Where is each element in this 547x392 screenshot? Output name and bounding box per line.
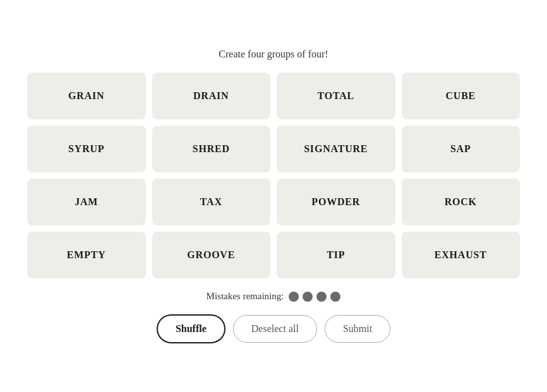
word-card[interactable]: JAM xyxy=(27,179,146,225)
word-card[interactable]: EMPTY xyxy=(27,232,146,278)
word-grid: GRAINDRAINTOTALCUBESYRUPSHREDSIGNATURESA… xyxy=(27,73,520,278)
word-card[interactable]: TOTAL xyxy=(277,73,395,119)
word-card[interactable]: POWDER xyxy=(277,179,395,225)
mistake-dot xyxy=(316,292,327,302)
mistakes-label: Mistakes remaining: xyxy=(207,291,284,302)
dots-container xyxy=(289,292,340,302)
word-card[interactable]: TIP xyxy=(277,232,395,278)
word-card[interactable]: GROOVE xyxy=(152,232,271,278)
shuffle-button[interactable]: Shuffle xyxy=(157,314,225,343)
instructions-text: Create four groups of four! xyxy=(219,49,328,60)
deselect-button[interactable]: Deselect all xyxy=(233,315,317,343)
word-card[interactable]: GRAIN xyxy=(27,73,146,119)
mistake-dot xyxy=(303,292,313,302)
word-card[interactable]: SHRED xyxy=(152,126,271,172)
buttons-area: Shuffle Deselect all Submit xyxy=(157,314,390,343)
word-card[interactable]: TAX xyxy=(152,179,271,225)
word-card[interactable]: SYRUP xyxy=(27,126,146,172)
word-card[interactable]: DRAIN xyxy=(152,73,271,119)
word-card[interactable]: ROCK xyxy=(402,179,520,225)
word-card[interactable]: SAP xyxy=(402,126,520,172)
game-container: Create four groups of four! GRAINDRAINTO… xyxy=(15,36,532,356)
word-card[interactable]: CUBE xyxy=(402,73,520,119)
word-card[interactable]: SIGNATURE xyxy=(277,126,395,172)
mistakes-area: Mistakes remaining: xyxy=(207,291,341,302)
word-card[interactable]: EXHAUST xyxy=(402,232,520,278)
submit-button[interactable]: Submit xyxy=(325,315,390,343)
mistake-dot xyxy=(289,292,299,302)
mistake-dot xyxy=(330,292,340,302)
